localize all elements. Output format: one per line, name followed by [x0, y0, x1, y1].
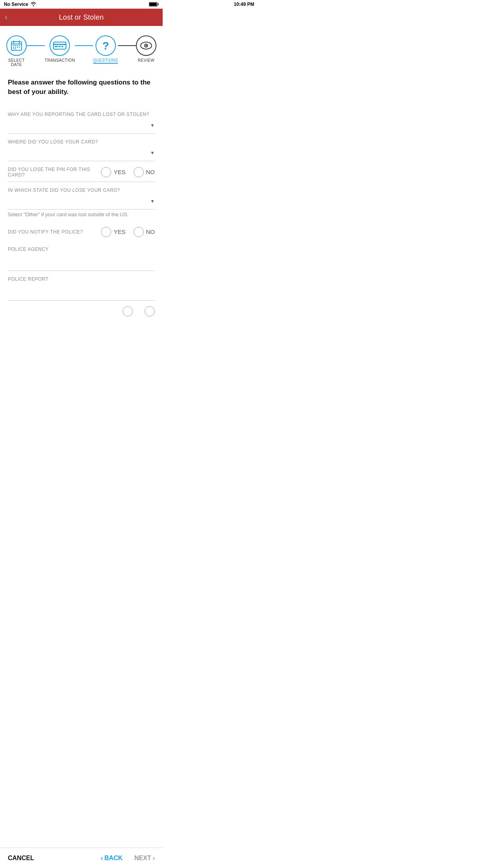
status-battery: [149, 2, 159, 7]
field-state-dropdown[interactable]: ▼: [8, 195, 155, 210]
svg-rect-7: [13, 45, 14, 46]
partial-radio-option-1[interactable]: [123, 306, 133, 316]
field-police-report: POLICE REPORT: [8, 271, 155, 301]
partial-radio-row: [8, 301, 155, 318]
field-lost-pin-label: DID YOU LOSE THE PIN FOR THIS CARD?: [8, 167, 93, 178]
partial-radio-circle-2: [145, 306, 155, 316]
status-bar: No Service 10:49 PM: [0, 0, 163, 9]
svg-rect-12: [15, 47, 16, 48]
field-police-notified: DID YOU NOTIFY THE POLICE? YES NO: [8, 221, 155, 241]
svg-rect-15: [13, 48, 14, 49]
field-police-agency-label: POLICE AGENCY: [8, 241, 155, 252]
field-lost-pin: DID YOU LOSE THE PIN FOR THIS CARD? YES …: [8, 161, 155, 182]
wifi-icon: [30, 2, 37, 7]
field-reason: WHY ARE YOU REPORTING THE CARD LOST OR S…: [8, 106, 155, 134]
stepper-label-transaction: TRANSACTION: [45, 58, 75, 63]
partial-radio-option-2[interactable]: [145, 306, 155, 316]
field-police-notified-label: DID YOU NOTIFY THE POLICE?: [8, 229, 93, 235]
svg-rect-8: [15, 45, 16, 46]
svg-rect-21: [61, 46, 63, 47]
field-state-label: IN WHICH STATE DID YOU LOSE YOUR CARD?: [8, 182, 155, 193]
field-state-hint: Select "Other" if your card was lost out…: [8, 211, 155, 217]
radio-label-police-yes: YES: [114, 228, 125, 235]
svg-point-25: [145, 45, 147, 46]
svg-text:?: ?: [102, 40, 109, 52]
field-where-lost: WHERE DID YOU LOSE YOUR CARD? ▼: [8, 134, 155, 161]
stepper-connector-2: [75, 45, 93, 46]
form-content: Please answer the following questions to…: [0, 72, 163, 350]
stepper-circle-questions: ?: [95, 35, 116, 56]
form-instructions: Please answer the following questions to…: [8, 78, 155, 97]
status-signal: No Service: [4, 2, 37, 7]
stepper-connector-1: [27, 45, 45, 46]
stepper-label-review: REVIEW: [138, 58, 154, 63]
stepper-circle-transaction: [50, 35, 70, 56]
radio-police-no[interactable]: NO: [134, 227, 155, 237]
field-where-lost-dropdown[interactable]: ▼: [8, 146, 155, 161]
stepper-step-questions: ? QUESTIONS: [93, 35, 118, 64]
field-police-report-label: POLICE REPORT: [8, 271, 155, 282]
stepper-step-select-date: SELECT DATE: [6, 35, 27, 67]
svg-rect-17: [53, 42, 66, 49]
chevron-down-icon: ▼: [150, 123, 155, 128]
stepper-label-questions: QUESTIONS: [93, 58, 118, 64]
stepper-step-transaction: TRANSACTION: [45, 35, 75, 63]
radio-label-yes: YES: [114, 169, 125, 175]
svg-rect-14: [19, 47, 20, 48]
svg-rect-19: [55, 46, 58, 47]
field-reason-label: WHY ARE YOU REPORTING THE CARD LOST OR S…: [8, 106, 155, 117]
radio-circle-no: [134, 167, 144, 177]
svg-rect-20: [59, 46, 61, 47]
radio-lost-pin-no[interactable]: NO: [134, 167, 155, 177]
page-title: Lost or Stolen: [59, 13, 104, 22]
svg-rect-3: [11, 42, 22, 50]
svg-rect-11: [13, 47, 14, 48]
stepper-connector-3: [118, 45, 136, 46]
page-header: ‹ Lost or Stolen: [0, 9, 163, 26]
back-button[interactable]: ‹: [5, 13, 7, 22]
svg-rect-1: [149, 3, 157, 6]
radio-label-no: NO: [146, 169, 155, 175]
signal-text: No Service: [4, 2, 28, 7]
radio-police-yes[interactable]: YES: [101, 227, 125, 237]
field-police-agency-input[interactable]: [8, 254, 155, 271]
field-where-lost-label: WHERE DID YOU LOSE YOUR CARD?: [8, 134, 155, 145]
stepper-circle-review: [136, 35, 156, 56]
radio-circle-police-yes: [101, 227, 111, 237]
radio-circle-yes: [101, 167, 111, 177]
progress-stepper: SELECT DATE TRANSACTION ? QUESTIONS: [0, 26, 163, 72]
radio-lost-pin-yes[interactable]: YES: [101, 167, 125, 177]
battery-icon: [149, 2, 159, 7]
stepper-step-review: REVIEW: [136, 35, 156, 63]
stepper-circle-select-date: [6, 35, 27, 56]
svg-rect-2: [158, 4, 159, 6]
field-police-report-input[interactable]: [8, 283, 155, 301]
svg-rect-13: [17, 47, 18, 48]
radio-label-police-no: NO: [146, 228, 155, 235]
field-reason-dropdown[interactable]: ▼: [8, 119, 155, 134]
chevron-down-icon-3: ▼: [150, 199, 155, 204]
partial-radio-circle-1: [123, 306, 133, 316]
svg-rect-16: [15, 48, 16, 49]
chevron-down-icon-2: ▼: [150, 150, 155, 156]
radio-circle-police-no: [134, 227, 144, 237]
svg-rect-9: [17, 45, 18, 46]
svg-rect-10: [19, 45, 20, 46]
field-police-agency: POLICE AGENCY: [8, 241, 155, 271]
stepper-label-select-date: SELECT DATE: [6, 58, 27, 67]
field-state: IN WHICH STATE DID YOU LOSE YOUR CARD? ▼…: [8, 182, 155, 217]
